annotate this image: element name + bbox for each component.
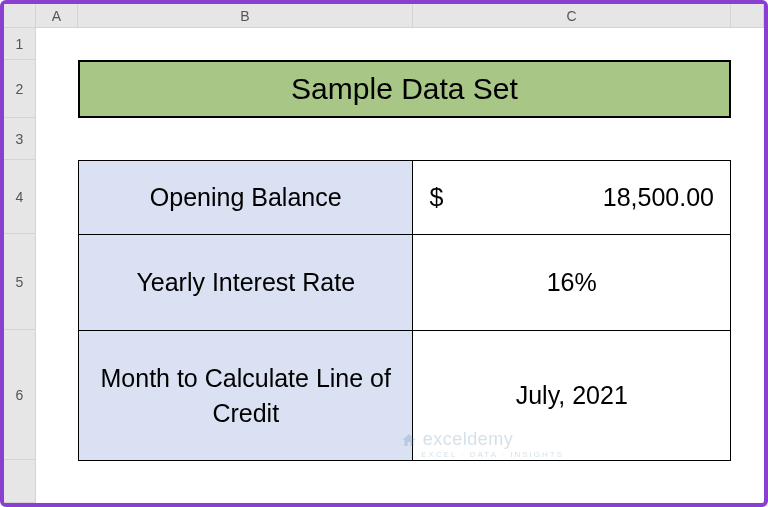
month-calc-label[interactable]: Month to Calculate Line of Credit — [79, 331, 413, 460]
row-header-2[interactable]: 2 — [4, 60, 36, 118]
row-header-4[interactable]: 4 — [4, 160, 36, 234]
row-header-3[interactable]: 3 — [4, 118, 36, 160]
watermark: exceldemy EXCEL · DATA · INSIGHTS — [401, 429, 564, 459]
body-area: 1 2 3 4 5 6 Sample Data Set Opening Bala… — [4, 28, 764, 503]
table-row: Yearly Interest Rate 16% — [79, 235, 731, 331]
spreadsheet: A B C 1 2 3 4 5 6 Sample Data Set Openin… — [4, 4, 764, 503]
column-headers: A B C — [4, 4, 764, 28]
select-all-corner[interactable] — [4, 4, 36, 28]
col-header-A[interactable]: A — [36, 4, 78, 28]
opening-balance-label[interactable]: Opening Balance — [79, 161, 413, 234]
currency-amount: 18,500.00 — [603, 183, 714, 212]
interest-rate-value[interactable]: 16% — [413, 235, 731, 330]
row-header-1[interactable]: 1 — [4, 28, 36, 60]
col-header-C[interactable]: C — [413, 4, 731, 28]
opening-balance-value[interactable]: $ 18,500.00 — [413, 161, 731, 234]
cells-area[interactable]: Sample Data Set Opening Balance $ 18,500… — [36, 28, 764, 503]
row-header-5[interactable]: 5 — [4, 234, 36, 330]
col-header-B[interactable]: B — [78, 4, 413, 28]
house-icon — [401, 432, 417, 448]
row-header-6[interactable]: 6 — [4, 330, 36, 460]
row-headers: 1 2 3 4 5 6 — [4, 28, 36, 503]
watermark-title: exceldemy — [423, 429, 514, 449]
col-header-pad — [731, 4, 764, 28]
title-cell[interactable]: Sample Data Set — [78, 60, 731, 118]
watermark-sub: EXCEL · DATA · INSIGHTS — [421, 450, 564, 459]
interest-rate-label[interactable]: Yearly Interest Rate — [79, 235, 413, 330]
currency-symbol: $ — [429, 183, 443, 212]
row-header-pad — [4, 460, 36, 503]
table-row: Opening Balance $ 18,500.00 — [79, 161, 731, 235]
data-table: Opening Balance $ 18,500.00 Yearly Inter… — [78, 160, 731, 461]
